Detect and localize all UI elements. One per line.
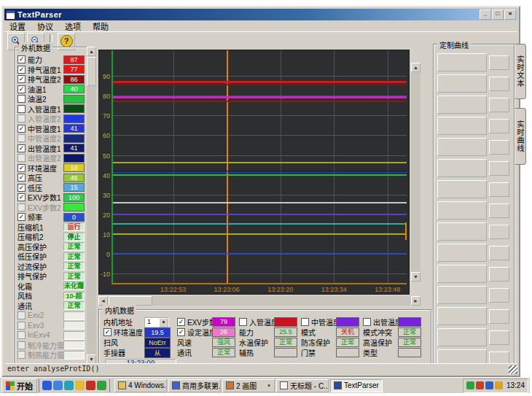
checkbox[interactable]	[363, 318, 371, 326]
quick-launch-icon-4[interactable]	[75, 381, 85, 390]
chart-plot-area[interactable]	[112, 50, 407, 284]
checkbox[interactable]: ✓	[177, 318, 185, 326]
minimize-button[interactable]: _	[480, 9, 491, 20]
checkbox[interactable]: ✓	[17, 85, 26, 93]
indoor-address-dropdown[interactable]: 1▼	[144, 317, 169, 327]
curve-slot-small-button[interactable]	[489, 119, 509, 133]
menu-options[interactable]: 选项	[60, 20, 86, 33]
curve-slot-button[interactable]	[437, 96, 487, 114]
taskbar-button-4-windows-[interactable]: 4 Windows...▼	[114, 379, 167, 392]
start-button[interactable]: 开始	[1, 378, 37, 393]
checkbox[interactable]	[17, 341, 26, 349]
checkbox[interactable]: ✓	[177, 328, 185, 336]
outdoor-signal-row: 风档10-超	[17, 291, 86, 301]
curve-slot-button[interactable]	[437, 53, 487, 71]
taskbar: 开始 4 Windows...▼商用多联第...2 画图▼无标题 - C...T…	[0, 377, 530, 393]
curve-slot-small-button[interactable]	[489, 288, 509, 303]
curve-slot-small-button[interactable]	[489, 246, 509, 260]
checkbox[interactable]: ✓	[17, 144, 26, 152]
checkbox[interactable]: ✓	[17, 174, 26, 182]
tray-icon-4[interactable]	[495, 381, 503, 389]
curve-slot-small-button[interactable]	[489, 330, 509, 345]
close-button[interactable]: ×	[504, 9, 516, 20]
curve-slot-button[interactable]	[437, 138, 487, 156]
curve-slot-button[interactable]	[437, 159, 487, 177]
checkbox[interactable]	[17, 105, 26, 113]
curve-slot-small-button[interactable]	[489, 98, 509, 112]
checkbox[interactable]	[301, 318, 309, 326]
checkbox[interactable]: ✓	[17, 193, 26, 201]
outdoor-signal-row: ✓排气温度177	[17, 65, 86, 75]
chart-horizontal-scrollbar[interactable]: ◄ ►	[98, 296, 420, 306]
quick-launch-icon-3[interactable]	[64, 381, 74, 390]
curve-slot-button[interactable]	[437, 180, 487, 198]
curve-slot-small-button[interactable]	[489, 309, 509, 324]
checkbox[interactable]	[17, 331, 26, 339]
tray-icon-1[interactable]	[466, 381, 474, 389]
tab-realtime-curve[interactable]: 实时曲线	[515, 108, 526, 165]
scroll-up-icon[interactable]: ▲	[411, 63, 420, 72]
checkbox[interactable]	[17, 322, 26, 330]
sidebar-scrollbar[interactable]: ▲ ▼	[87, 47, 96, 364]
checkbox[interactable]: ✓	[103, 328, 112, 336]
curve-slot-button[interactable]	[437, 74, 487, 93]
curve-slot-small-button[interactable]	[489, 182, 509, 197]
curve-slot-button[interactable]	[437, 244, 487, 262]
curve-slot-small-button[interactable]	[489, 55, 509, 70]
checkbox[interactable]	[17, 311, 26, 319]
trend-chart: 13:22:5313:23:0613:23:2013:23:3413:23:48…	[98, 50, 410, 295]
gridline-h	[112, 195, 407, 195]
curve-slot-small-button[interactable]	[489, 77, 509, 91]
quick-launch-icon-2[interactable]	[53, 381, 63, 390]
sidebar-scroll-thumb[interactable]	[87, 57, 96, 86]
checkbox[interactable]: ✓	[17, 184, 26, 192]
scroll-down-icon[interactable]: ▼	[411, 272, 420, 282]
checkbox[interactable]	[239, 318, 247, 326]
checkbox[interactable]: ✓	[17, 75, 26, 83]
checkbox[interactable]	[17, 134, 26, 142]
maximize-button[interactable]: □	[492, 9, 504, 20]
scroll-up-icon[interactable]: ▲	[87, 47, 96, 56]
chevron-down-icon[interactable]: ▼	[159, 318, 168, 327]
curve-slot-button[interactable]	[437, 117, 487, 135]
checkbox[interactable]	[17, 114, 26, 123]
chevron-down-icon[interactable]: ▼	[267, 384, 271, 388]
checkbox[interactable]: ✓	[17, 213, 26, 221]
curve-slot-small-button[interactable]	[489, 267, 509, 282]
taskbar-button--[interactable]: 商用多联第...	[168, 379, 221, 392]
checkbox[interactable]: ✓	[17, 66, 26, 74]
menu-protocol[interactable]: 协议	[32, 20, 58, 33]
taskbar-button-textparser[interactable]: TextParser	[330, 379, 383, 392]
value-chip: 正常	[336, 338, 359, 347]
curve-slot-button[interactable]	[437, 328, 487, 346]
curve-slot-small-button[interactable]	[489, 161, 509, 176]
checkbox[interactable]: ✓	[17, 164, 26, 172]
tray-icon-3[interactable]	[485, 381, 493, 389]
tab-realtime-text[interactable]: 实时文本	[515, 44, 526, 99]
checkbox[interactable]: ✓	[17, 55, 26, 63]
taskbar-button-2-[interactable]: 2 画图▼	[222, 379, 275, 392]
curve-slot-small-button[interactable]	[489, 225, 509, 239]
checkbox[interactable]	[17, 203, 26, 211]
checkbox[interactable]	[17, 351, 26, 359]
curve-slot-button[interactable]	[437, 307, 487, 325]
quick-launch-icon-1[interactable]	[42, 381, 52, 390]
chart-vertical-scrollbar[interactable]: ▲ ▼	[411, 63, 420, 282]
quick-launch-icon-5[interactable]	[86, 381, 95, 390]
tray-icon-2[interactable]	[476, 381, 484, 389]
curve-slot-button[interactable]	[437, 265, 487, 283]
curve-slot-button[interactable]	[437, 222, 487, 241]
quick-launch-icon-6[interactable]	[97, 381, 106, 390]
resize-grip[interactable]	[509, 365, 517, 374]
curve-slot-button[interactable]	[437, 286, 487, 304]
checkbox[interactable]	[17, 154, 26, 162]
curve-slot-small-button[interactable]	[489, 203, 509, 218]
menu-settings[interactable]: 设置	[4, 20, 31, 33]
curve-slot-button[interactable]	[437, 201, 487, 220]
menu-help[interactable]: 帮助	[87, 20, 114, 33]
checkbox[interactable]	[17, 95, 26, 103]
checkbox[interactable]: ✓	[17, 125, 26, 133]
curve-slot-small-button[interactable]	[489, 140, 509, 155]
scroll-right-icon[interactable]: ►	[411, 296, 420, 306]
taskbar-button--c-[interactable]: 无标题 - C...	[276, 379, 329, 392]
